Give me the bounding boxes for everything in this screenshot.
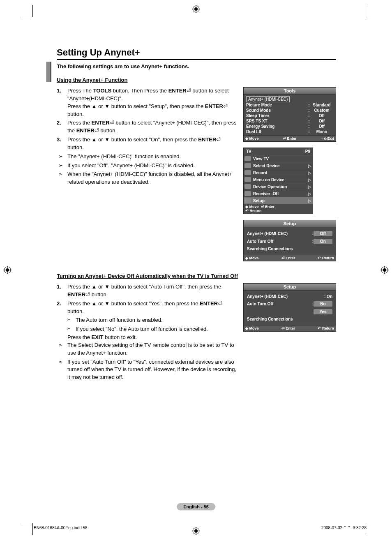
osd-row: SRS TS XT:Off (246, 118, 333, 124)
osd-row: Energy Saving:Off (246, 124, 333, 129)
section2-body: 1.Press the ▲ or ▼ button to select "Aut… (57, 283, 238, 383)
step-item: 1.Press the ▲ or ▼ button to select "Aut… (57, 283, 238, 299)
osd-setup: Setup Anynet+ (HDMI-CEC):OffAuto Turn Of… (243, 220, 336, 261)
osd-row: Sound Mode:Custom (246, 108, 333, 113)
osd-anynet-menu: TVP9 View TVSelect Device▷Record▷Menu on… (243, 148, 313, 214)
note-item: If you select "Off", "Anynet+ (HDMI-CEC)… (57, 162, 238, 170)
osd-menu-item: View TV (244, 155, 313, 162)
section-heading: Using the Anynet+ Function (57, 77, 336, 83)
page-title: Setting Up Anynet+ (57, 47, 336, 60)
svg-point-5 (383, 268, 386, 272)
registration-mark-icon (3, 266, 12, 274)
intro-text: The following settings are to use Anynet… (57, 63, 336, 69)
osd-row: Auto Turn Off:No (247, 300, 332, 308)
note-item: When the "Anynet+ (HDMI-CEC)" function i… (57, 171, 238, 186)
osd-menu-item: Record▷ (244, 169, 313, 176)
osd-row: Anynet+ (HDMI-CEC): On (247, 293, 332, 300)
svg-point-3 (6, 268, 9, 272)
footer-file: BN68-01684A-00Eng.indd 56 (34, 526, 88, 530)
osd-menu-item: Setup▷ (244, 197, 313, 204)
osd-row: Searching Connections (247, 245, 332, 252)
osd-row: Anynet+ (HDMI-CEC):Off (247, 230, 332, 238)
crop-mark (21, 523, 33, 535)
osd-row: Searching Connections (247, 316, 332, 323)
osd-setup-auto-off: Setup Anynet+ (HDMI-CEC): OnAuto Turn Of… (243, 283, 336, 332)
osd-row: Auto Turn Off:On (247, 238, 332, 245)
registration-mark-icon (192, 5, 200, 13)
svg-point-1 (194, 7, 198, 11)
note-item: The "Anynet+ (HDMI-CEC)" function is ena… (57, 153, 238, 161)
registration-mark-icon (192, 527, 200, 535)
crop-mark (366, 5, 371, 17)
subnote-item: The Auto turn off function is enabled. (57, 316, 238, 324)
footer-timestamp: 2008-07-02 ᄋᄋ 3:32:28 (321, 526, 367, 530)
step-item: 3.Press the ▲ or ▼ button to select "On"… (57, 136, 238, 152)
crop-mark (366, 523, 371, 535)
osd-row: Yes (247, 308, 332, 316)
step-item: 2.Press the ENTER⏎ button to select "Any… (57, 119, 238, 135)
step-item: 2.Press the ▲ or ▼ button to select "Yes… (57, 300, 238, 316)
osd-row: Sleep Timer:Off (246, 113, 333, 118)
note-item: The Select Device setting of the TV remo… (57, 342, 238, 357)
osd-menu-item: Select Device▷ (244, 162, 313, 169)
note-item: If you set "Auto Turn Off" to "Yes", con… (57, 358, 238, 382)
osd-row: Picture Mode:Standard (246, 102, 333, 108)
osd-tools: Tools Anynet+ (HDMI-CEC) Picture Mode:St… (243, 87, 336, 142)
osd-highlight: Anynet+ (HDMI-CEC) (246, 96, 333, 102)
section-marker (46, 62, 51, 82)
registration-mark-icon (380, 266, 389, 274)
subnote-item: If you select "No", the Auto turn off fu… (57, 325, 238, 333)
svg-point-7 (194, 529, 198, 533)
osd-menu-item: Menu on Device▷ (244, 176, 313, 183)
osd-row: Dual I-II:Mono (246, 129, 333, 134)
osd-menu-item: Receiver :Off▷ (244, 190, 313, 197)
osd-title: Tools (244, 88, 336, 95)
step-item: 1.Press The TOOLS button. Then Press the… (57, 87, 238, 118)
crop-mark (21, 5, 33, 17)
section1-body: 1.Press The TOOLS button. Then Press the… (57, 87, 238, 261)
page-number-badge: English - 56 (177, 503, 215, 510)
osd-menu-item: Device Operation▷ (244, 183, 313, 190)
osd-nav: ◆ Move ⏎ Enter →⎋ Exit (244, 135, 336, 141)
section-heading: Turning an Anynet+ Device Off Automatica… (57, 273, 336, 279)
